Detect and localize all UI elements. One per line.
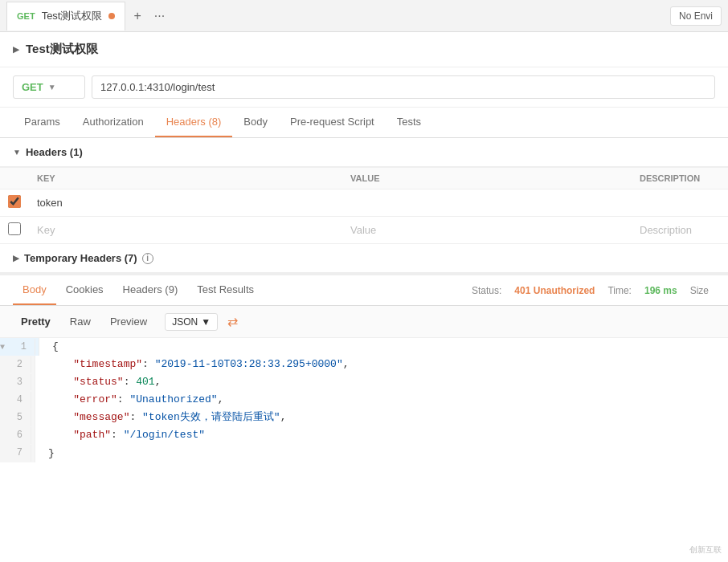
response-area: Body Cookies Headers (9) Test Results St…: [0, 273, 728, 462]
json-line-4: 4 "error": "Unauthorized",: [0, 391, 728, 409]
raw-button[interactable]: Raw: [62, 312, 99, 331]
tab-authorization[interactable]: Authorization: [72, 108, 155, 137]
row-key[interactable]: token: [29, 189, 342, 217]
url-input[interactable]: [92, 75, 715, 99]
preview-button[interactable]: Preview: [102, 312, 155, 331]
row-checkbox-cell: [0, 189, 29, 217]
col-check: [0, 168, 29, 189]
info-icon[interactable]: i: [142, 253, 153, 264]
res-tab-body[interactable]: Body: [13, 275, 56, 305]
tab-body[interactable]: Body: [232, 108, 279, 137]
env-selector[interactable]: No Envi: [670, 6, 722, 26]
response-tabs-bar: Body Cookies Headers (9) Test Results St…: [0, 275, 728, 306]
line-5-content: "message": "token失效，请登陆后重试",: [35, 409, 299, 426]
tab-actions: + ···: [130, 6, 168, 26]
json-line-2: 2 "timestamp": "2019-11-10T03:28:33.295+…: [0, 356, 728, 373]
res-tab-headers[interactable]: Headers (9): [113, 275, 188, 305]
json-line-7: 7 }: [0, 445, 728, 462]
response-toolbar: Pretty Raw Preview JSON ▼ ⇄: [0, 306, 728, 338]
method-select[interactable]: GET ▼: [13, 75, 85, 99]
format-select[interactable]: JSON ▼: [165, 313, 218, 331]
line-num-4: 4: [2, 392, 31, 408]
temp-headers-section[interactable]: ▶ Temporary Headers (7) i: [0, 244, 728, 273]
row-checkbox-empty[interactable]: [8, 222, 21, 235]
headers-table: KEY VALUE DESCRIPTION token Key: [0, 167, 728, 244]
tab-params[interactable]: Params: [13, 108, 72, 137]
status-label: Status:: [472, 285, 501, 296]
request-title-text: Test测试权限: [26, 42, 98, 57]
row-key-placeholder[interactable]: Key: [29, 217, 342, 244]
title-arrow-icon: ▶: [13, 45, 19, 54]
tab-title: Test测试权限: [42, 9, 103, 23]
line-4-content: "error": "Unauthorized",: [35, 391, 236, 409]
res-tab-cookies[interactable]: Cookies: [56, 275, 113, 305]
temp-arrow-icon: ▶: [13, 254, 19, 263]
add-tab-button[interactable]: +: [130, 6, 144, 26]
line-num-2: 2: [2, 356, 31, 373]
table-row: Key Value Description: [0, 217, 728, 244]
table-row: token: [0, 189, 728, 217]
request-tabs: Params Authorization Headers (8) Body Pr…: [0, 108, 728, 138]
json-display: ▼ 1 { 2 "timestamp": "2019-11-10T03:28:3…: [0, 338, 728, 462]
method-label: GET: [22, 81, 43, 93]
tab-method: GET: [17, 11, 35, 21]
wrap-icon[interactable]: ⇄: [227, 314, 238, 329]
tab-headers[interactable]: Headers (8): [155, 108, 233, 137]
row-checkbox[interactable]: [8, 195, 21, 208]
url-bar: GET ▼: [0, 67, 728, 108]
method-arrow-icon: ▼: [48, 83, 56, 92]
more-options-button[interactable]: ···: [151, 6, 168, 26]
line-1-content: {: [39, 338, 72, 356]
tab-tests[interactable]: Tests: [386, 108, 432, 137]
format-label: JSON: [172, 316, 198, 328]
temp-headers-title: Temporary Headers (7): [24, 252, 137, 264]
status-value: 401 Unauthorized: [514, 285, 595, 296]
line-2-content: "timestamp": "2019-11-10T03:28:33.295+00…: [35, 356, 362, 373]
res-tab-test-results[interactable]: Test Results: [187, 275, 264, 305]
json-line-6: 6 "path": "/login/test": [0, 426, 728, 444]
pretty-button[interactable]: Pretty: [13, 312, 59, 331]
line-num-1: 1: [6, 339, 35, 355]
row-value-placeholder[interactable]: Value: [342, 217, 632, 244]
headers-section-title: Headers (1): [26, 146, 83, 158]
size-label: Size: [690, 285, 709, 296]
line-num-5: 5: [2, 409, 31, 426]
line-3-content: "status": 401,: [35, 373, 174, 391]
line-num-6: 6: [2, 427, 31, 443]
top-tab-bar: GET Test测试权限 + ··· No Envi: [0, 0, 728, 32]
line-7-content: }: [35, 445, 67, 462]
headers-section: ▼ Headers (1) KEY VALUE DESCRIPTION toke…: [0, 138, 728, 244]
headers-section-header[interactable]: ▼ Headers (1): [0, 138, 728, 167]
json-line-5: 5 "message": "token失效，请登陆后重试",: [0, 409, 728, 426]
response-status-bar: Status: 401 Unauthorized Time: 196 ms Si…: [465, 285, 715, 296]
top-tab[interactable]: GET Test测试权限: [6, 2, 125, 31]
col-description: DESCRIPTION: [632, 168, 728, 189]
line-6-content: "path": "/login/test": [35, 426, 218, 444]
row-checkbox-cell-empty: [0, 217, 29, 244]
headers-arrow-icon: ▼: [13, 148, 21, 157]
watermark: 创新互联: [689, 544, 722, 556]
time-value: 196 ms: [644, 285, 677, 296]
request-title-bar: ▶ Test测试权限: [0, 32, 728, 67]
row-value[interactable]: [342, 189, 632, 217]
unsaved-dot: [108, 13, 115, 19]
line-num-7: 7: [2, 445, 31, 461]
col-value: VALUE: [342, 168, 632, 189]
row-description-placeholder[interactable]: Description: [632, 217, 728, 244]
format-arrow-icon: ▼: [201, 316, 211, 328]
tab-pre-request[interactable]: Pre-request Script: [279, 108, 386, 137]
collapse-1-icon[interactable]: ▼: [0, 340, 5, 354]
line-num-3: 3: [2, 374, 31, 390]
json-line-1: ▼ 1 {: [0, 338, 728, 356]
row-description[interactable]: [632, 189, 728, 217]
json-line-3: 3 "status": 401,: [0, 373, 728, 391]
time-label: Time:: [607, 285, 632, 296]
col-key: KEY: [29, 168, 342, 189]
